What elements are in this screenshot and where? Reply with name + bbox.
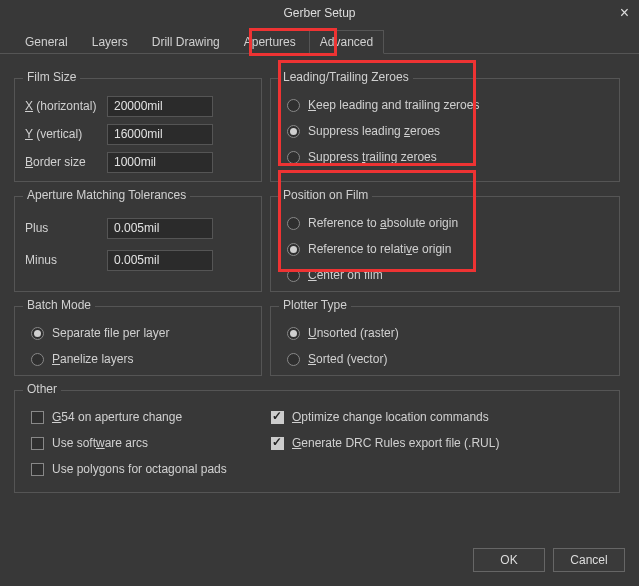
radio-label: Suppress leading zeroes xyxy=(308,124,440,138)
radio-absolute-origin[interactable]: Reference to absolute origin xyxy=(281,210,609,236)
radio-icon xyxy=(31,353,44,366)
group-title-zeroes: Leading/Trailing Zeroes xyxy=(279,70,413,84)
checkbox-icon xyxy=(31,437,44,450)
radio-icon xyxy=(287,327,300,340)
tab-strip: General Layers Drill Drawing Apertures A… xyxy=(0,26,639,54)
radio-icon xyxy=(31,327,44,340)
check-label: G54 on aperture change xyxy=(52,410,182,424)
radio-icon xyxy=(287,269,300,282)
radio-separate-file[interactable]: Separate file per layer xyxy=(25,320,251,346)
tab-general[interactable]: General xyxy=(14,30,79,53)
group-title-aperture: Aperture Matching Tolerances xyxy=(23,188,190,202)
radio-label: Sorted (vector) xyxy=(308,352,387,366)
check-software-arcs[interactable]: Use software arcs xyxy=(25,430,265,456)
dialog-title: Gerber Setup xyxy=(283,6,355,20)
input-y-vertical[interactable] xyxy=(107,124,213,145)
input-x-horizontal[interactable] xyxy=(107,96,213,117)
checkbox-icon xyxy=(31,411,44,424)
group-title-other: Other xyxy=(23,382,61,396)
input-minus-tol[interactable] xyxy=(107,250,213,271)
checkbox-icon xyxy=(31,463,44,476)
input-plus-tol[interactable] xyxy=(107,218,213,239)
radio-label: Unsorted (raster) xyxy=(308,326,399,340)
check-g54[interactable]: G54 on aperture change xyxy=(25,404,265,430)
radio-icon xyxy=(287,217,300,230)
check-polygons-octagonal[interactable]: Use polygons for octagonal pads xyxy=(25,456,265,482)
radio-icon xyxy=(287,151,300,164)
radio-unsorted[interactable]: Unsorted (raster) xyxy=(281,320,609,346)
dialog-buttons: OK Cancel xyxy=(473,548,625,572)
check-label: Use software arcs xyxy=(52,436,148,450)
ok-button[interactable]: OK xyxy=(473,548,545,572)
radio-icon xyxy=(287,243,300,256)
label-minus: Minus xyxy=(25,253,107,267)
radio-icon xyxy=(287,353,300,366)
group-position: Position on Film Reference to absolute o… xyxy=(270,196,620,292)
group-title-plotter: Plotter Type xyxy=(279,298,351,312)
tab-content: Film Size X (horizontal) Y (vertical) Bo… xyxy=(0,54,639,503)
group-film-size: Film Size X (horizontal) Y (vertical) Bo… xyxy=(14,78,262,182)
group-title-batch: Batch Mode xyxy=(23,298,95,312)
radio-label: Center on film xyxy=(308,268,383,282)
group-other: Other G54 on aperture change Use softwar… xyxy=(14,390,620,493)
radio-center-film[interactable]: Center on film xyxy=(281,262,609,288)
group-batch-mode: Batch Mode Separate file per layer Panel… xyxy=(14,306,262,376)
input-border-size[interactable] xyxy=(107,152,213,173)
label-y: Y (vertical) xyxy=(25,127,107,141)
radio-sorted[interactable]: Sorted (vector) xyxy=(281,346,609,372)
group-aperture-tol: Aperture Matching Tolerances Plus Minus xyxy=(14,196,262,292)
tab-apertures[interactable]: Apertures xyxy=(233,30,307,53)
radio-panelize[interactable]: Panelize layers xyxy=(25,346,251,372)
label-x: X (horizontal) xyxy=(25,99,107,113)
tab-drill-drawing[interactable]: Drill Drawing xyxy=(141,30,231,53)
radio-label: Separate file per layer xyxy=(52,326,169,340)
radio-suppress-trailing[interactable]: Suppress trailing zeroes xyxy=(281,144,609,170)
close-icon[interactable]: × xyxy=(620,0,629,26)
label-border: Border size xyxy=(25,155,107,169)
radio-icon xyxy=(287,125,300,138)
gerber-setup-dialog: Gerber Setup × General Layers Drill Draw… xyxy=(0,0,639,586)
radio-label: Reference to absolute origin xyxy=(308,216,458,230)
group-title-position: Position on Film xyxy=(279,188,372,202)
checkbox-icon xyxy=(271,437,284,450)
titlebar: Gerber Setup × xyxy=(0,0,639,26)
check-label: Generate DRC Rules export file (.RUL) xyxy=(292,436,499,450)
label-plus: Plus xyxy=(25,221,107,235)
tab-advanced[interactable]: Advanced xyxy=(309,30,384,54)
group-title-film: Film Size xyxy=(23,70,80,84)
group-zeroes: Leading/Trailing Zeroes Keep leading and… xyxy=(270,78,620,182)
check-generate-drc[interactable]: Generate DRC Rules export file (.RUL) xyxy=(265,430,609,456)
check-optimize-commands[interactable]: Optimize change location commands xyxy=(265,404,609,430)
radio-label: Reference to relative origin xyxy=(308,242,451,256)
check-label: Use polygons for octagonal pads xyxy=(52,462,227,476)
radio-suppress-leading[interactable]: Suppress leading zeroes xyxy=(281,118,609,144)
checkbox-icon xyxy=(271,411,284,424)
radio-label: Suppress trailing zeroes xyxy=(308,150,437,164)
check-label: Optimize change location commands xyxy=(292,410,489,424)
cancel-button[interactable]: Cancel xyxy=(553,548,625,572)
radio-label: Keep leading and trailing zeroes xyxy=(308,98,479,112)
group-plotter-type: Plotter Type Unsorted (raster) Sorted (v… xyxy=(270,306,620,376)
radio-relative-origin[interactable]: Reference to relative origin xyxy=(281,236,609,262)
tab-layers[interactable]: Layers xyxy=(81,30,139,53)
radio-label: Panelize layers xyxy=(52,352,133,366)
radio-keep-zeroes[interactable]: Keep leading and trailing zeroes xyxy=(281,92,609,118)
radio-icon xyxy=(287,99,300,112)
